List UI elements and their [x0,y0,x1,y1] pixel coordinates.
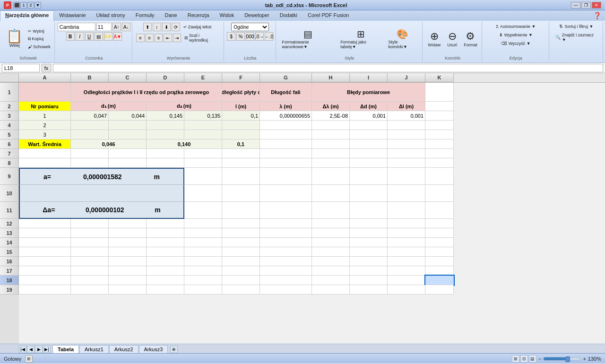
cell-b7[interactable] [71,149,109,158]
font-name-input[interactable] [58,23,95,31]
cell-b1-merged[interactable]: Odległości prążków I i II rzędu od prążk… [71,83,222,102]
cell-a6[interactable]: Wart. Średnia [19,139,71,149]
cell-h8[interactable] [312,158,350,168]
cell-a5[interactable]: 3 [19,130,71,139]
wrap-text-button[interactable]: ↵Zawijaj tekst [181,24,214,30]
cell-b6-merged[interactable]: 0,046 [71,139,147,149]
dec-dec-button[interactable]: ←.0 [265,32,273,41]
tab-formulas[interactable]: Formuły [130,10,160,21]
cell-i8[interactable] [350,158,388,168]
row-header-17[interactable]: 17 [0,266,19,276]
maximize-button[interactable]: ❐ [581,2,591,9]
tab-layout[interactable]: Układ strony [91,10,130,21]
zoom-minus-button[interactable]: − [538,356,541,362]
cell-i5[interactable] [350,130,388,139]
tab-data[interactable]: Dane [159,10,182,21]
row-header-6[interactable]: 6 [0,139,19,149]
sheet-tab-arkusz1[interactable]: Arkusz1 [79,345,109,353]
cell-f7[interactable] [222,149,260,158]
clear-button[interactable]: ⌫Wyczyść ▼ [499,40,533,47]
cell-h3[interactable]: 2,5E-08 [312,111,350,121]
cell-e8[interactable] [184,158,222,168]
align-left-button[interactable]: ≡ [136,34,144,42]
cell-h9[interactable] [312,168,350,185]
cell-b4[interactable] [71,121,109,130]
fill-button[interactable]: ⬇Wypełnienie ▼ [497,31,535,39]
col-header-c[interactable]: C [109,73,147,82]
cell-h4[interactable] [312,121,350,130]
cell-k2[interactable] [425,102,454,111]
indent-inc-button[interactable]: ⇥ [173,34,181,42]
cell-a8[interactable] [19,158,71,168]
col-header-f[interactable]: F [222,73,260,82]
align-top-button[interactable]: ⬆ [143,23,152,31]
corner-cell[interactable] [0,73,19,82]
cell-h6[interactable] [312,139,350,149]
row-header-2[interactable]: 2 [0,102,19,111]
find-select-button[interactable]: 🔍Znajdź i zaznacz ▼ [553,31,600,43]
underline-button[interactable]: U [85,32,94,41]
cell-f1[interactable]: Odległość płyty od [222,83,260,102]
cell-h2[interactable]: Δλ (m) [312,102,350,111]
format-as-table-button[interactable]: ⊞ Formatuj jako tabelę▼ [338,27,384,51]
sheet-add-button[interactable]: ⊕ [170,346,178,353]
zoom-handle[interactable] [565,356,570,362]
cell-g5[interactable] [260,130,312,139]
col-header-j[interactable]: J [388,73,425,82]
col-header-b[interactable]: B [71,73,109,82]
cell-h7[interactable] [312,149,350,158]
cell-g1[interactable]: Długość fali [260,83,312,102]
sheet-first-button[interactable]: |◀ [19,346,26,353]
cell-e10[interactable] [184,185,222,202]
font-grow-button[interactable]: A↑ [112,23,121,31]
normal-view-button[interactable]: ⊞ [512,355,519,363]
col-header-i[interactable]: I [350,73,388,82]
cell-i11[interactable] [350,202,388,219]
cell-a3[interactable]: 1 [19,111,71,121]
cell-k3[interactable] [425,111,454,121]
function-button[interactable]: fx [42,64,51,72]
quick-btn-2[interactable]: 1 [20,2,27,9]
cell-i10[interactable] [350,185,388,202]
row-header-5[interactable]: 5 [0,130,19,139]
format-painter-button[interactable]: 🖌Schowek [26,43,52,50]
align-bottom-button[interactable]: ⬇ [162,23,171,31]
formula-input[interactable] [53,64,603,72]
cell-d6-merged[interactable]: 0,140 [147,139,222,149]
cell-j11[interactable] [388,202,425,219]
merge-button[interactable]: ⊞Scal i wyśrodkuj [182,32,221,43]
cell-f10[interactable] [222,185,260,202]
font-shrink-button[interactable]: A↓ [122,23,130,31]
cell-k4[interactable] [425,121,454,130]
row-header-19[interactable]: 19 [0,285,19,295]
sheet-tab-arkusz3[interactable]: Arkusz3 [139,345,168,353]
row-header-13[interactable]: 13 [0,228,19,238]
zoom-plus-button[interactable]: + [583,356,586,362]
zoom-slider[interactable] [543,357,581,361]
col-header-d[interactable]: D [147,73,184,82]
row-header-12[interactable]: 12 [0,219,19,228]
cell-g11[interactable] [260,202,312,219]
cell-k11[interactable] [425,202,454,219]
quick-btn-1[interactable]: ⬛ [13,2,20,9]
cell-c8[interactable] [109,158,147,168]
cell-e4[interactable] [184,121,222,130]
dec-inc-button[interactable]: .0→ [255,32,264,41]
cell-k9[interactable] [425,168,454,185]
paste-button[interactable]: 📋 Wklej [4,28,25,49]
cell-e7[interactable] [184,149,222,158]
cell-d5[interactable] [147,130,184,139]
cell-g2[interactable]: λ (m) [260,102,312,111]
cell-f8[interactable] [222,158,260,168]
tab-corel[interactable]: Corel PDF Fusion [302,10,354,21]
percent-button[interactable]: % [236,32,245,41]
cell-i7[interactable] [350,149,388,158]
sheet-tab-arkusz2[interactable]: Arkusz2 [109,345,138,353]
cell-e5[interactable] [184,130,222,139]
row-header-8[interactable]: 8 [0,158,19,168]
align-middle-button[interactable]: ↕ [153,23,161,31]
row-header-4[interactable]: 4 [0,121,19,130]
cell-j7[interactable] [388,149,425,158]
minimize-button[interactable]: — [571,2,580,9]
fill-color-button[interactable]: A▼ [104,32,112,41]
